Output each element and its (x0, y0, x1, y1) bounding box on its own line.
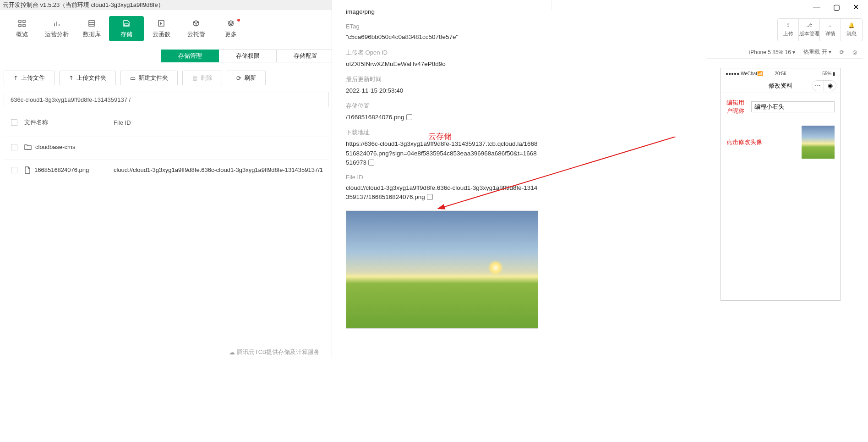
refresh-icon[interactable]: ⟳ (840, 49, 844, 55)
nickname-input[interactable] (751, 101, 835, 112)
right-toolbar: ↥ 上传 ⎇ 版本管理 ≡ 详情 🔔 消息 (777, 18, 863, 41)
notification-dot-icon (237, 19, 240, 22)
detail-location-label: 存储位置 (346, 102, 540, 110)
target-icon[interactable]: ◎ (852, 49, 857, 55)
upload-icon: ↥ (13, 75, 18, 82)
avatar-image[interactable] (802, 126, 835, 159)
maximize-icon[interactable]: ▢ (833, 3, 840, 11)
time-text: 20:56 (775, 71, 786, 76)
branch-icon: ⎇ (806, 22, 812, 28)
trash-icon: 🗑 (192, 75, 198, 82)
device-bar: iPhone 5 85% 16 ▾ 热重载 开 ▾ ⟳ ◎ (707, 46, 863, 59)
battery-text: 55% ▮ (822, 71, 835, 76)
footer-text: ☁ 腾讯云TCB提供存储及计算服务 (229, 348, 320, 356)
phone-simulator: ●●●●● WeChat📶 20:56 55% ▮ 修改资料 ⋯ ◉ 编辑用户昵… (721, 68, 841, 301)
target-icon[interactable]: ◉ (824, 81, 836, 91)
nav-database[interactable]: 数据库 (74, 16, 109, 41)
toolbar-upload[interactable]: ↥ 上传 (778, 19, 799, 41)
detail-updated-label: 最后更新时间 (346, 75, 540, 83)
tab-config[interactable]: 存储配置 (277, 50, 334, 62)
upload-icon: ↥ (69, 75, 74, 82)
minimize-icon[interactable]: ― (813, 3, 820, 11)
reload-toggle[interactable]: 热重载 开 ▾ (803, 48, 831, 56)
svg-rect-7 (89, 21, 94, 26)
detail-uploader-label: 上传者 Open ID (346, 49, 540, 57)
detail-etag: "c5ca696bb050c4c0a83481cc5078e57e" (346, 33, 540, 42)
close-icon[interactable]: ✕ (853, 3, 859, 11)
more-icon[interactable]: ⋯ (812, 81, 824, 91)
table-header: 文件名称 File ID (4, 115, 329, 130)
detail-url: https://636c-cloud1-3g3xyg1a9ff9d8fe-131… (346, 139, 540, 167)
avatar-row: 点击修改头像 (726, 126, 835, 159)
table-row[interactable]: 1668516824076.png cloud://cloud1-3g3xyg1… (4, 160, 329, 180)
upload-icon: ↥ (786, 22, 790, 28)
delete-button[interactable]: 🗑 删除 (182, 71, 222, 85)
detail-mime: image/png (346, 7, 540, 17)
detail-fileid-label: File ID (346, 174, 540, 181)
app-title: 云开发控制台 v1.5.23（当前环境 cloud1-3g3xyg1a9ff9d… (3, 1, 164, 9)
copy-icon[interactable] (406, 114, 412, 120)
carrier-text: ●●●●● WeChat📶 (726, 71, 763, 76)
nickname-row: 编辑用户昵称 (726, 99, 835, 115)
grid-icon (18, 19, 26, 28)
col-filename: 文件名称 (24, 118, 114, 127)
row-checkbox[interactable] (11, 144, 17, 150)
image-preview (346, 210, 538, 329)
svg-rect-3 (23, 24, 25, 27)
tab-manage[interactable]: 存储管理 (161, 50, 219, 62)
table-row[interactable]: cloudbase-cms (4, 137, 329, 157)
bell-icon: 🔔 (848, 22, 855, 28)
upload-file-button[interactable]: ↥ 上传文件 (4, 71, 55, 85)
copy-icon[interactable] (368, 160, 374, 166)
tab-permission[interactable]: 存储权限 (219, 50, 277, 62)
refresh-button[interactable]: ⟳ 刷新 (227, 71, 266, 85)
phone-statusbar: ●●●●● WeChat📶 20:56 55% ▮ (721, 68, 840, 78)
nav-analytics[interactable]: 运营分析 (39, 16, 74, 41)
select-all-checkbox[interactable] (11, 119, 17, 126)
function-icon (157, 19, 165, 28)
save-icon (122, 19, 131, 28)
wifi-icon: 📶 (757, 71, 763, 76)
nav-hosting[interactable]: 云托管 (179, 16, 213, 41)
detail-uploader: oIZXf5INrwXZMuEeWaHv47eP8d9o (346, 60, 540, 69)
nav-functions[interactable]: 云函数 (144, 16, 179, 41)
nav-storage[interactable]: 存储 (109, 16, 144, 41)
action-bar: ↥ 上传文件 ↥ 上传文件夹 ▭ 新建文件夹 🗑 删除 ⟳ 刷新 (4, 71, 266, 85)
detail-location: /1668516824076.png (346, 113, 540, 122)
menu-icon: ≡ (829, 23, 831, 28)
svg-rect-0 (19, 20, 21, 22)
top-nav: 概览 运营分析 数据库 存储 云函数 云托管 更多 (5, 16, 248, 41)
nav-more[interactable]: 更多 (213, 16, 248, 41)
annotation-cloud-storage: 云存储 (428, 131, 452, 142)
toolbar-version[interactable]: ⎇ 版本管理 (799, 19, 820, 41)
file-icon (24, 166, 31, 174)
outer-window-controls: ― ▢ ✕ (712, 0, 868, 14)
detail-fileid: cloud://cloud1-3g3xyg1a9ff9d8fe.636c-clo… (346, 183, 540, 202)
capsule-buttons: ⋯ ◉ (812, 80, 836, 91)
file-detail-panel: image/png ETag "c5ca696bb050c4c0a83481cc… (332, 0, 551, 358)
divider (726, 119, 835, 119)
nav-overview[interactable]: 概览 (5, 16, 39, 41)
cloud-icon: ☁ (229, 349, 235, 356)
upload-folder-button[interactable]: ↥ 上传文件夹 (59, 71, 116, 85)
device-selector[interactable]: iPhone 5 85% 16 ▾ (749, 49, 796, 55)
new-folder-button[interactable]: ▭ 新建文件夹 (120, 71, 178, 85)
detail-updated: 2022-11-15 20:53:40 (346, 86, 540, 95)
cube-icon (192, 19, 200, 28)
chart-icon (53, 19, 61, 28)
svg-rect-2 (19, 24, 21, 27)
phone-header: 修改资料 ⋯ ◉ (721, 78, 840, 93)
detail-etag-label: ETag (346, 23, 540, 30)
row-checkbox[interactable] (11, 167, 17, 173)
col-fileid: File ID (114, 119, 329, 126)
svg-rect-1 (23, 20, 25, 22)
refresh-icon: ⟳ (236, 75, 241, 82)
toolbar-message[interactable]: 🔔 消息 (841, 19, 862, 41)
svg-rect-10 (125, 24, 128, 26)
database-icon (87, 19, 96, 28)
breadcrumb[interactable]: 636c-cloud1-3g3xyg1a9ff9d8fe-1314359137 … (4, 92, 329, 107)
folder-icon (24, 144, 32, 150)
copy-icon[interactable] (427, 194, 433, 200)
avatar-label[interactable]: 点击修改头像 (726, 138, 762, 146)
toolbar-detail[interactable]: ≡ 详情 (820, 19, 841, 41)
